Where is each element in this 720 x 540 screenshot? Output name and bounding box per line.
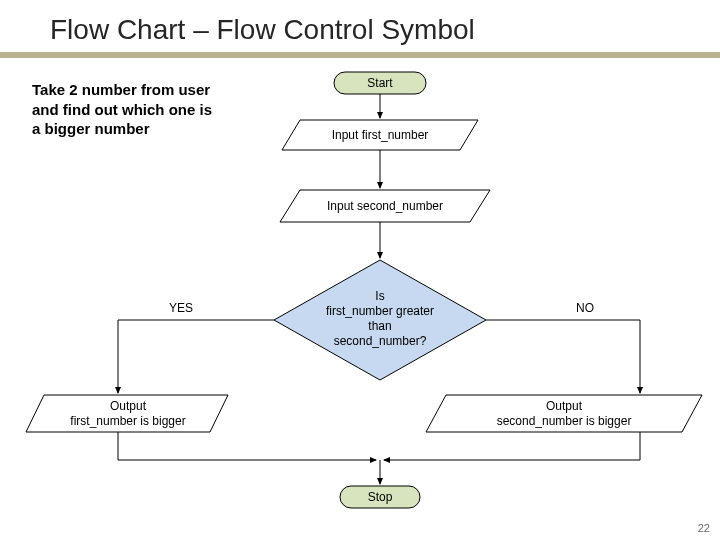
decision-l2: first_number greater (326, 304, 434, 318)
arrow-out2-merge (384, 432, 640, 460)
arrow-yes (118, 320, 274, 393)
start-label: Start (367, 76, 393, 90)
arrow-no (486, 320, 640, 393)
decision-l3: than (368, 319, 391, 333)
input-second-label: Input second_number (327, 199, 443, 213)
input-first-label: Input first_number (332, 128, 429, 142)
output-second-l1: Output (546, 399, 583, 413)
decision-l4: second_number? (334, 334, 427, 348)
arrow-out1-merge (118, 432, 376, 460)
output-second-l2: second_number is bigger (497, 414, 632, 428)
flowchart-canvas: Start Input first_number Input second_nu… (0, 0, 720, 540)
output-first-l2: first_number is bigger (70, 414, 185, 428)
yes-label: YES (169, 301, 193, 315)
no-label: NO (576, 301, 594, 315)
stop-label: Stop (368, 490, 393, 504)
output-first-l1: Output (110, 399, 147, 413)
decision-l1: Is (375, 289, 384, 303)
